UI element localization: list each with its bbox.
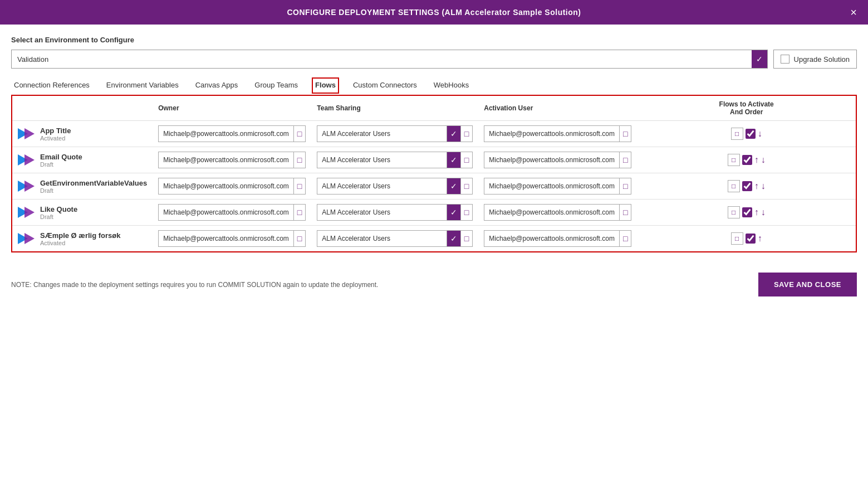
env-row: Validation ✓ Upgrade Solution [11,50,857,69]
tab-webhooks[interactable]: WebHooks [431,78,472,93]
col-owner: Owner [153,96,311,121]
upgrade-checkbox[interactable] [781,55,789,64]
activate-checkbox[interactable] [742,181,752,191]
move-down-button[interactable]: ↓ [761,181,766,191]
tab-custom-connectors[interactable]: Custom Connectors [350,78,420,93]
svg-marker-1 [24,128,35,139]
flow-name: Email Quote [40,153,82,161]
bottom-bar: NOTE: Changes made to the deployment set… [0,264,868,305]
move-down-button[interactable]: ↓ [761,155,766,165]
tab-connection-references[interactable]: Connection References [11,78,92,93]
activate-checkbox[interactable] [742,207,752,217]
owner-copy-button[interactable]: □ [293,205,305,220]
activation-copy-button[interactable]: □ [619,126,631,142]
tabs-row: Connection References Environment Variab… [11,77,857,94]
team-sharing-cell: ALM Accelerator Users ✓ □ [311,226,478,252]
team-value: ALM Accelerator Users [317,156,447,164]
activate-checkbox[interactable] [742,155,752,165]
team-dropdown[interactable]: ALM Accelerator Users ✓ □ [317,125,473,142]
move-up-button[interactable]: ↑ [754,207,759,217]
team-dropdown[interactable]: ALM Accelerator Users ✓ □ [317,204,473,221]
table-row: App Title Activated Michaelp@powercattoo… [12,121,856,147]
svg-marker-3 [24,154,35,166]
tab-canvas-apps[interactable]: Canvas Apps [193,78,241,93]
activation-user-input[interactable]: Michaelp@powercattools.onmicrosoft.com □ [484,152,631,168]
table-row: SÆmple Ø ærlig forsøk Activated Michaelp… [12,226,856,252]
move-up-button[interactable]: ↑ [754,181,759,191]
flows-table-wrapper: Owner Team Sharing Activation User Flows… [11,95,857,252]
order-copy-button[interactable]: □ [731,232,743,245]
col-flow [12,96,153,121]
tab-group-teams[interactable]: Group Teams [252,78,301,93]
activation-user-value: Michaelp@powercattools.onmicrosoft.com [484,130,619,138]
flow-name: GetEnvironmentVariableValues [40,179,147,187]
order-copy-button[interactable]: □ [728,180,740,192]
activate-checkbox[interactable] [746,234,756,244]
owner-input[interactable]: Michaelp@powercattools.onmicrosoft.com □ [158,178,306,195]
upgrade-solution-button[interactable]: Upgrade Solution [773,50,857,69]
activation-user-cell: Michaelp@powercattools.onmicrosoft.com □ [478,147,637,173]
activation-user-cell: Michaelp@powercattools.onmicrosoft.com □ [478,226,637,252]
activation-copy-button[interactable]: □ [619,205,631,220]
flow-status: Draft [40,187,147,194]
table-row: Email Quote Draft Michaelp@powercattools… [12,147,856,173]
team-copy-button[interactable]: □ [460,231,472,246]
order-copy-button[interactable]: □ [728,154,740,166]
team-copy-button[interactable]: □ [460,205,472,220]
activation-copy-button[interactable]: □ [619,152,631,168]
team-copy-button[interactable]: □ [460,178,472,194]
move-down-button[interactable]: ↓ [761,207,766,217]
team-value: ALM Accelerator Users [317,208,447,216]
team-dropdown[interactable]: ALM Accelerator Users ✓ □ [317,178,473,195]
flows-table: Owner Team Sharing Activation User Flows… [12,96,856,251]
env-dropdown[interactable]: Validation ✓ [11,50,768,69]
team-dropdown[interactable]: ALM Accelerator Users ✓ □ [317,152,473,168]
owner-input[interactable]: Michaelp@powercattools.onmicrosoft.com □ [158,230,306,247]
activation-user-input[interactable]: Michaelp@powercattools.onmicrosoft.com □ [484,230,631,247]
activation-user-cell: Michaelp@powercattools.onmicrosoft.com □ [478,173,637,200]
team-chevron-icon[interactable]: ✓ [447,231,460,246]
close-button[interactable]: × [850,6,857,19]
team-dropdown[interactable]: ALM Accelerator Users ✓ □ [317,230,473,247]
move-up-button[interactable]: ↑ [754,155,759,165]
team-chevron-icon[interactable]: ✓ [447,152,460,168]
save-close-button[interactable]: SAVE AND CLOSE [758,273,857,296]
team-chevron-icon[interactable]: ✓ [447,205,460,220]
flow-status: Draft [40,161,82,168]
table-row: Like Quote Draft Michaelp@powercattools.… [12,200,856,226]
order-copy-button[interactable]: □ [731,128,743,140]
owner-copy-button[interactable]: □ [293,152,305,168]
activation-user-input[interactable]: Michaelp@powercattools.onmicrosoft.com □ [484,204,631,221]
tab-environment-variables[interactable]: Environment Variables [104,78,182,93]
activation-copy-button[interactable]: □ [619,231,631,246]
flow-name-cell: GetEnvironmentVariableValues Draft [12,173,153,200]
owner-copy-button[interactable]: □ [293,126,305,142]
activate-checkbox[interactable] [746,129,756,139]
owner-input[interactable]: Michaelp@powercattools.onmicrosoft.com □ [158,152,306,168]
flow-status: Activated [40,135,71,142]
owner-copy-button[interactable]: □ [293,231,305,246]
owner-copy-button[interactable]: □ [293,178,305,194]
env-chevron-icon[interactable]: ✓ [752,50,767,68]
svg-marker-7 [24,207,35,218]
move-down-button[interactable]: ↓ [758,129,762,139]
move-up-button[interactable]: ↑ [758,234,762,244]
team-sharing-cell: ALM Accelerator Users ✓ □ [311,121,478,147]
team-chevron-icon[interactable]: ✓ [447,126,460,142]
team-value: ALM Accelerator Users [317,130,447,138]
activation-user-input[interactable]: Michaelp@powercattools.onmicrosoft.com □ [484,125,631,142]
order-copy-button[interactable]: □ [728,206,740,218]
owner-input[interactable]: Michaelp@powercattools.onmicrosoft.com □ [158,204,306,221]
activation-copy-button[interactable]: □ [619,178,631,194]
col-activation-user: Activation User [478,96,637,121]
team-sharing-cell: ALM Accelerator Users ✓ □ [311,200,478,226]
team-chevron-icon[interactable]: ✓ [447,178,460,194]
owner-input[interactable]: Michaelp@powercattools.onmicrosoft.com □ [158,125,306,142]
team-copy-button[interactable]: □ [460,126,472,142]
tab-flows[interactable]: Flows [312,77,339,94]
activation-user-value: Michaelp@powercattools.onmicrosoft.com [484,235,619,242]
activation-user-input[interactable]: Michaelp@powercattools.onmicrosoft.com □ [484,178,631,195]
owner-value: Michaelp@powercattools.onmicrosoft.com [159,130,293,138]
team-copy-button[interactable]: □ [460,152,472,168]
flow-status: Activated [40,240,120,246]
